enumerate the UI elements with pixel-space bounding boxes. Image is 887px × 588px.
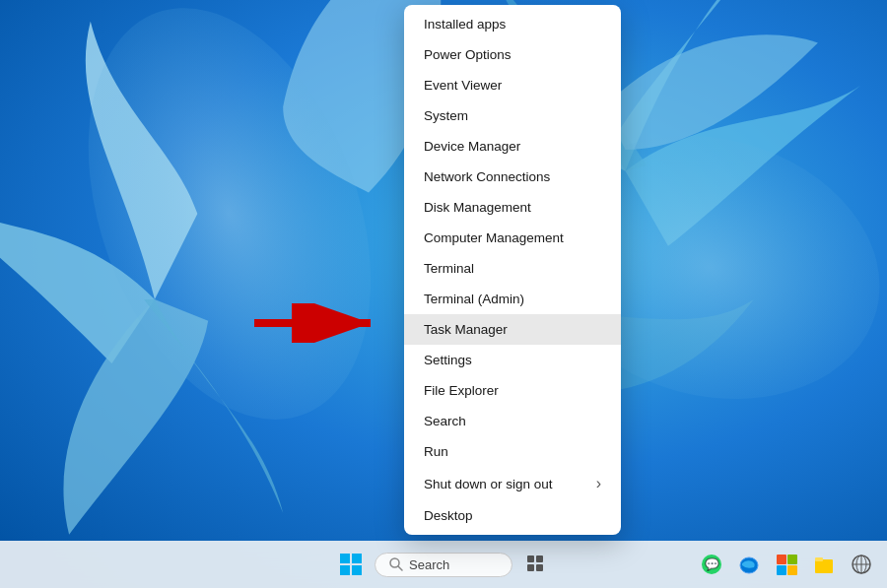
svg-rect-12 xyxy=(536,555,543,562)
menu-item-settings[interactable]: Settings xyxy=(404,345,621,375)
search-label: Search xyxy=(409,557,449,572)
menu-item-disk-management[interactable]: Disk Management xyxy=(404,192,621,223)
search-icon xyxy=(389,557,403,571)
menu-item-system[interactable]: System xyxy=(404,100,621,131)
whatsapp-tray-icon[interactable]: 💬 xyxy=(694,547,729,582)
svg-rect-22 xyxy=(787,565,797,575)
svg-rect-21 xyxy=(777,565,786,575)
menu-item-power-options[interactable]: Power Options xyxy=(404,39,621,70)
menu-item-search[interactable]: Search xyxy=(404,406,621,436)
explorer-tray-icon[interactable] xyxy=(806,547,842,582)
svg-rect-5 xyxy=(340,554,350,563)
menu-item-network-connections[interactable]: Network Connections xyxy=(404,162,621,192)
taskbar-tray: 💬 xyxy=(694,547,879,582)
svg-rect-24 xyxy=(815,557,823,561)
svg-rect-23 xyxy=(815,559,833,573)
task-view-button[interactable] xyxy=(516,545,556,584)
search-bar[interactable]: Search xyxy=(375,553,512,577)
svg-rect-13 xyxy=(527,564,534,571)
red-arrow xyxy=(254,303,382,343)
network-tray-icon[interactable] xyxy=(844,547,879,582)
menu-item-terminal[interactable]: Terminal xyxy=(404,253,621,284)
menu-item-file-explorer[interactable]: File Explorer xyxy=(404,375,621,406)
svg-rect-11 xyxy=(527,555,534,562)
edge-tray-icon[interactable] xyxy=(731,547,767,582)
menu-item-task-manager[interactable]: Task Manager xyxy=(404,314,621,345)
menu-item-shut-down[interactable]: Shut down or sign out› xyxy=(404,467,621,500)
store-tray-icon[interactable] xyxy=(769,547,804,582)
windows-start-button[interactable] xyxy=(331,545,371,584)
menu-item-device-manager[interactable]: Device Manager xyxy=(404,131,621,162)
svg-rect-19 xyxy=(777,555,786,564)
menu-item-installed-apps[interactable]: Installed apps xyxy=(404,9,621,39)
svg-rect-14 xyxy=(536,564,543,571)
menu-item-desktop[interactable]: Desktop xyxy=(404,500,621,531)
svg-text:💬: 💬 xyxy=(705,556,719,571)
svg-line-10 xyxy=(398,566,402,570)
menu-item-terminal-admin[interactable]: Terminal (Admin) xyxy=(404,284,621,314)
svg-rect-7 xyxy=(340,565,350,575)
menu-item-computer-management[interactable]: Computer Management xyxy=(404,223,621,253)
context-menu: Installed appsPower OptionsEvent ViewerS… xyxy=(404,5,621,535)
menu-item-run[interactable]: Run xyxy=(404,436,621,467)
desktop: Installed appsPower OptionsEvent ViewerS… xyxy=(0,0,887,588)
menu-item-event-viewer[interactable]: Event Viewer xyxy=(404,70,621,100)
svg-rect-20 xyxy=(787,555,797,564)
taskbar-center: Search xyxy=(331,545,556,584)
svg-rect-8 xyxy=(352,565,362,575)
taskbar: Search 💬 xyxy=(0,541,887,588)
svg-rect-6 xyxy=(352,554,362,563)
